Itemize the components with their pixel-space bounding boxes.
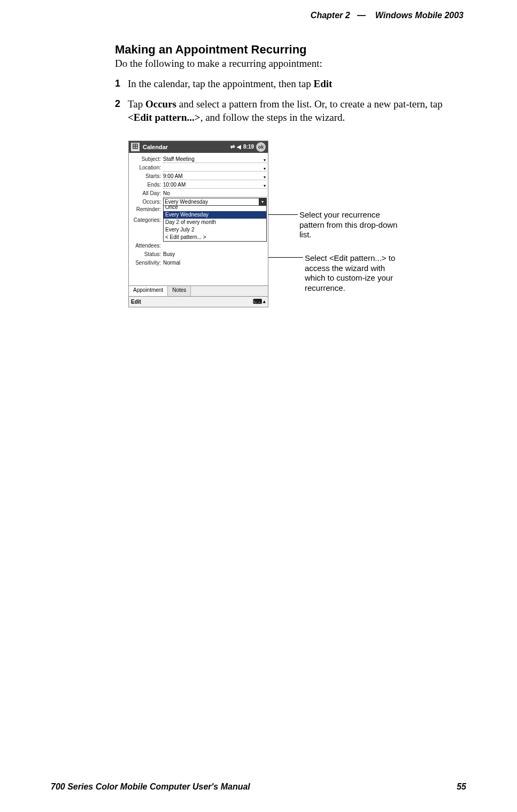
step2-t3: , and follow the steps in the wizard.: [200, 112, 345, 123]
label-status: Status:: [130, 251, 163, 257]
step1-edit: Edit: [313, 78, 332, 89]
value-starts[interactable]: 9:00 AM▾: [163, 172, 267, 180]
tabs: Appointment Notes: [129, 285, 268, 296]
row-location: Location: ▾: [130, 164, 267, 172]
label-sensitivity: Sensitivity:: [130, 260, 163, 266]
row-starts: Starts: 9:00 AM▾: [130, 172, 267, 181]
step-list: 1 In the calendar, tap the appointment, …: [115, 77, 468, 125]
clock-time: 8:19: [243, 144, 254, 150]
caret-icon[interactable]: ▾: [264, 165, 266, 173]
label-categories: Categories:: [130, 217, 163, 223]
label-ends: Ends:: [130, 182, 163, 188]
caret-icon[interactable]: ▾: [264, 156, 266, 164]
label-occurs: Occurs:: [130, 199, 163, 205]
titlebar: Calendar ⇄ ◀ 8:19 ok: [129, 141, 268, 153]
step-2: 2 Tap Occurs and select a pattern from t…: [115, 97, 468, 125]
sensitivity-text: Normal: [163, 260, 180, 266]
volume-icon: ◀: [237, 144, 241, 150]
step2-editpat: <Edit pattern...>: [128, 112, 200, 123]
status-text: Busy: [163, 251, 175, 257]
starts-text: 9:00 AM: [163, 173, 183, 179]
label-allday: All Day:: [130, 190, 163, 196]
tab-notes[interactable]: Notes: [168, 286, 191, 296]
callout-recurrence-pattern: Select your recurrence pattern from this…: [299, 210, 401, 240]
row-ends: Ends: 10:00 AM▾: [130, 181, 267, 189]
step-text: Tap Occurs and select a pattern from the…: [128, 97, 468, 125]
intro-text: Do the following to make a recurring app…: [115, 58, 468, 69]
connectivity-icon: ⇄: [230, 144, 235, 150]
device-screenshot: Calendar ⇄ ◀ 8:19 ok Subject: Staff Meet…: [128, 141, 268, 307]
footer-page-number: 55: [457, 782, 466, 792]
allday-text: No: [163, 190, 170, 196]
row-subject: Subject: Staff Meeting▾: [130, 155, 267, 164]
start-icon[interactable]: [131, 143, 140, 151]
label-subject: Subject:: [130, 156, 163, 162]
step2-t1: Tap: [128, 98, 145, 110]
callout-line: [268, 257, 303, 258]
value-location[interactable]: ▾: [163, 164, 267, 172]
dropdown-item-july2[interactable]: Every July 2: [164, 226, 266, 234]
up-arrow-icon[interactable]: ▴: [263, 299, 266, 304]
header-chapter: Chapter 2: [311, 11, 350, 20]
value-subject[interactable]: Staff Meeting▾: [163, 155, 267, 163]
value-status[interactable]: Busy: [163, 250, 267, 258]
label-reminder: Reminder:: [130, 206, 163, 212]
step-text: In the calendar, tap the appointment, th…: [128, 77, 468, 91]
label-location: Location:: [130, 165, 163, 171]
ends-text: 10:00 AM: [163, 182, 186, 188]
label-starts: Starts:: [130, 173, 163, 179]
app-title: Calendar: [143, 144, 230, 150]
row-status: Status: Busy: [130, 250, 267, 259]
tab-appointment[interactable]: Appointment: [129, 286, 168, 296]
occurs-dropdown[interactable]: Every Wednesday ▾: [163, 198, 267, 206]
form-area: Subject: Staff Meeting▾ Location: ▾ Star…: [129, 153, 268, 267]
step2-occurs: Occurs: [145, 98, 176, 110]
edit-menu[interactable]: Edit: [131, 299, 141, 305]
value-sensitivity[interactable]: Normal: [163, 259, 267, 267]
header-product: Windows Mobile 2003: [375, 11, 464, 20]
row-sensitivity: Sensitivity: Normal: [130, 259, 267, 267]
subject-text: Staff Meeting: [163, 156, 195, 162]
occurs-text: Every Wednesday: [165, 199, 208, 205]
spacer: [129, 267, 268, 282]
keyboard-icon[interactable]: ⌨: [253, 298, 262, 305]
step2-t2: and select a pattern from the list. Or, …: [176, 98, 443, 110]
step-1: 1 In the calendar, tap the appointment, …: [115, 77, 468, 91]
titlebar-right: ⇄ ◀ 8:19 ok: [230, 142, 266, 152]
page-header: Chapter 2 — Windows Mobile 2003: [311, 11, 464, 20]
callout-edit-pattern: Select <Edit pattern...> to access the w…: [305, 253, 406, 293]
ok-button[interactable]: ok: [256, 142, 266, 152]
callout-line: [268, 214, 298, 215]
label-attendees: Attendees:: [130, 243, 163, 249]
content-area: Making an Appointment Recurring Do the f…: [115, 43, 468, 307]
caret-icon[interactable]: ▾: [264, 182, 266, 190]
page-footer: 700 Series Color Mobile Computer User's …: [51, 782, 466, 792]
bottom-bar: Edit ⌨ ▴: [129, 296, 268, 307]
row-occurs: Occurs: Every Wednesday ▾: [130, 198, 267, 206]
dropdown-item-edit-pattern[interactable]: < Edit pattern... >: [164, 234, 266, 241]
step1-text: In the calendar, tap the appointment, th…: [128, 78, 313, 89]
step-number: 2: [115, 97, 128, 125]
value-ends[interactable]: 10:00 AM▾: [163, 181, 267, 189]
row-allday: All Day: No: [130, 189, 267, 198]
header-dash: —: [357, 11, 366, 20]
caret-icon[interactable]: ▾: [264, 173, 266, 181]
row-attendees: Attendees:: [130, 242, 267, 250]
step-number: 1: [115, 77, 128, 91]
value-allday[interactable]: No: [163, 189, 267, 197]
footer-manual: 700 Series Color Mobile Computer User's …: [51, 782, 250, 792]
figure-area: Calendar ⇄ ◀ 8:19 ok Subject: Staff Meet…: [128, 141, 468, 307]
dropdown-caret-icon[interactable]: ▾: [259, 198, 266, 205]
section-title: Making an Appointment Recurring: [115, 43, 468, 57]
